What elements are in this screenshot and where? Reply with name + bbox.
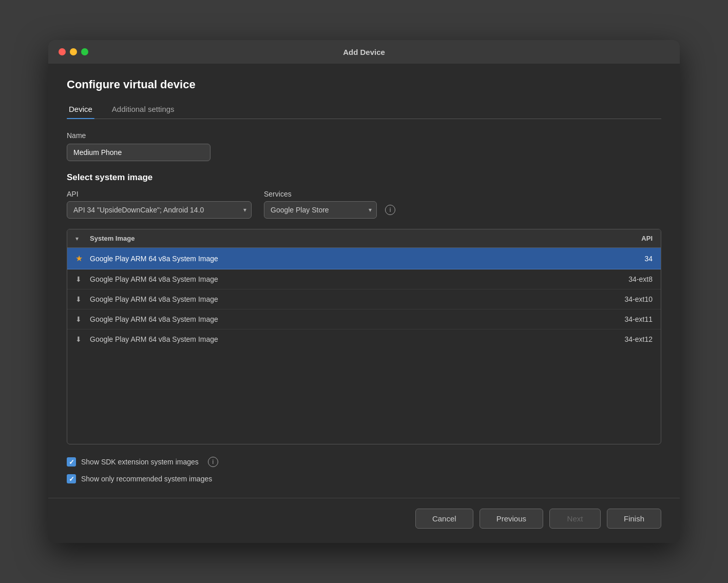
services-select-wrapper: Google Play Store Google APIs AOSP ▾ xyxy=(264,201,377,219)
close-button[interactable] xyxy=(59,48,66,55)
api-select[interactable]: API 34 "UpsideDownCake"; Android 14.0 AP… xyxy=(67,201,252,219)
star-icon: ★ xyxy=(75,254,90,263)
recommended-checkbox-row: ✓ Show only recommended system images xyxy=(67,474,661,483)
api-label: API xyxy=(67,190,252,198)
download-icon: ⬇ xyxy=(75,275,90,283)
row-api-value: 34-ext11 xyxy=(601,315,653,323)
minimize-button[interactable] xyxy=(70,48,77,55)
dialog-footer: Cancel Previous Next Finish xyxy=(48,498,680,543)
title-bar: Add Device xyxy=(48,40,680,64)
next-button[interactable]: Next xyxy=(549,509,601,529)
sdk-ext-checkbox[interactable]: ✓ xyxy=(67,457,76,467)
table-row[interactable]: ★ Google Play ARM 64 v8a System Image 34 xyxy=(67,248,661,269)
download-icon: ⬇ xyxy=(75,335,90,343)
recommended-checkbox[interactable]: ✓ xyxy=(67,474,76,483)
table-row[interactable]: ⬇ Google Play ARM 64 v8a System Image 34… xyxy=(67,269,661,289)
download-icon: ⬇ xyxy=(75,315,90,323)
sdk-ext-label: Show SDK extension system images xyxy=(81,458,199,466)
section-title: Select system image xyxy=(67,172,661,183)
table-row[interactable]: ⬇ Google Play ARM 64 v8a System Image 34… xyxy=(67,289,661,309)
maximize-button[interactable] xyxy=(81,48,88,55)
sort-column-header[interactable]: ▾ xyxy=(75,235,90,242)
download-icon: ⬇ xyxy=(75,295,90,303)
row-api-value: 34-ext8 xyxy=(601,275,653,283)
finish-button[interactable]: Finish xyxy=(607,509,661,529)
window-controls xyxy=(59,48,88,55)
api-filter-group: API API 34 "UpsideDownCake"; Android 14.… xyxy=(67,190,252,219)
sdk-ext-checkbox-row: ✓ Show SDK extension system images i xyxy=(67,457,661,467)
row-image-name: Google Play ARM 64 v8a System Image xyxy=(90,275,601,283)
page-heading: Configure virtual device xyxy=(67,78,661,91)
row-api-value: 34 xyxy=(601,255,653,263)
api-column-header: API xyxy=(601,235,653,242)
filter-row: API API 34 "UpsideDownCake"; Android 14.… xyxy=(67,190,661,219)
dialog-title: Add Device xyxy=(343,48,385,56)
sdk-ext-info-icon[interactable]: i xyxy=(208,457,218,467)
previous-button[interactable]: Previous xyxy=(480,509,543,529)
system-image-table: ▾ System Image API ★ Google Play ARM 64 … xyxy=(67,229,661,444)
services-info-icon[interactable]: i xyxy=(385,205,395,215)
table-header: ▾ System Image API xyxy=(67,229,661,248)
dialog-content: Configure virtual device Device Addition… xyxy=(48,64,680,498)
row-image-name: Google Play ARM 64 v8a System Image xyxy=(90,255,601,263)
name-label: Name xyxy=(67,131,661,140)
services-select[interactable]: Google Play Store Google APIs AOSP xyxy=(264,201,377,219)
row-api-value: 34-ext10 xyxy=(601,295,653,303)
checkboxes-area: ✓ Show SDK extension system images i ✓ S… xyxy=(67,457,661,483)
row-image-name: Google Play ARM 64 v8a System Image xyxy=(90,295,601,303)
add-device-dialog: Add Device Configure virtual device Devi… xyxy=(48,40,680,543)
services-label: Services xyxy=(264,190,395,198)
table-row[interactable]: ⬇ Google Play ARM 64 v8a System Image 34… xyxy=(67,329,661,349)
table-row[interactable]: ⬇ Google Play ARM 64 v8a System Image 34… xyxy=(67,309,661,329)
api-select-wrapper: API 34 "UpsideDownCake"; Android 14.0 AP… xyxy=(67,201,252,219)
name-column-header: System Image xyxy=(90,235,601,242)
row-image-name: Google Play ARM 64 v8a System Image xyxy=(90,315,601,323)
checkmark-icon: ✓ xyxy=(69,458,74,466)
tabs-bar: Device Additional settings xyxy=(67,101,661,119)
device-name-input[interactable] xyxy=(67,144,210,161)
cancel-button[interactable]: Cancel xyxy=(415,509,473,529)
tab-device[interactable]: Device xyxy=(67,101,94,119)
tab-additional-settings[interactable]: Additional settings xyxy=(110,101,177,119)
recommended-label: Show only recommended system images xyxy=(81,475,212,483)
services-filter-group: Services Google Play Store Google APIs A… xyxy=(264,190,395,219)
row-api-value: 34-ext12 xyxy=(601,335,653,343)
checkmark-icon: ✓ xyxy=(69,475,74,483)
row-image-name: Google Play ARM 64 v8a System Image xyxy=(90,335,601,343)
